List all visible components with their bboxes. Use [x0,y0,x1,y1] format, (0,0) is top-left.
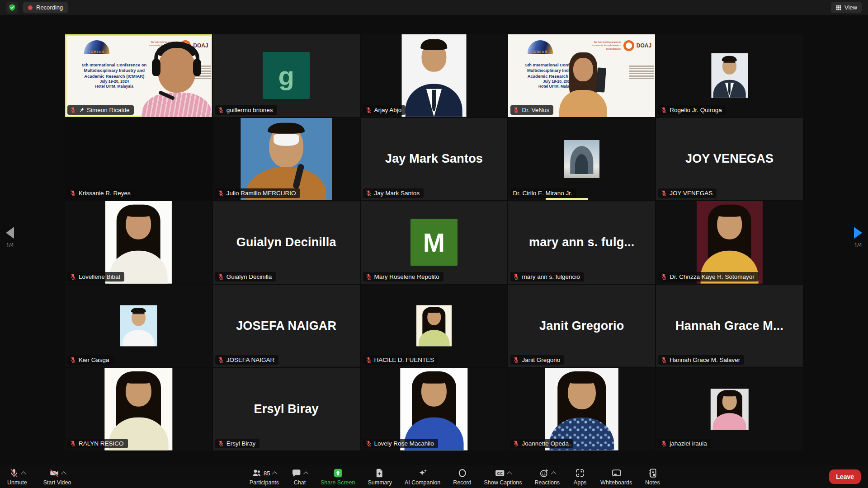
participant-tile-lovellene-bibat[interactable]: Lovellene Bibat [65,201,212,284]
prev-page-arrow-icon[interactable] [6,227,14,239]
portrait-photo [711,53,748,98]
participant-name-label: Jay Mark Santos [363,188,424,198]
participant-name: Guialyn Decinilla [226,273,272,280]
participant-name-label: Lovellene Bibat [67,272,124,282]
hair [125,206,152,217]
toolbar-item-icon-row [418,468,428,479]
muted-mic-icon [70,190,76,197]
highlight-bar [546,198,588,200]
participant-tile-mary-roselene-repolito[interactable]: M Mary Roselene Repolito [361,201,508,284]
participant-name: Hannah Grace M. Salaver [670,357,740,363]
participant-tile-jay-mark-santos[interactable]: Jay Mark Santos Jay Mark Santos [361,118,508,201]
toolbar-start-video-button[interactable]: Start Video [43,468,71,486]
participant-tile-hannah-grace-m-salaver[interactable]: Hannah Grace M... Hannah Grace M. Salave… [656,285,803,367]
chevron-up-icon[interactable] [303,471,308,476]
leave-button[interactable]: Leave [829,469,861,484]
hair [421,39,448,50]
portrait-silhouette [416,305,452,346]
participant-tile-joy-venegas[interactable]: JOY VENEGAS JOY VENEGAS [656,118,803,201]
participant-name: Lovellene Bibat [79,273,120,280]
prev-page-control[interactable]: 1/4 [6,227,14,249]
toolbar-participants-button[interactable]: 85 Participants [250,468,279,486]
headset-band [154,42,199,75]
portrait-silhouette [105,368,172,450]
toolbar-summary-button[interactable]: Summary [368,468,392,486]
participant-tile-mary-ann-s-fulgencio[interactable]: mary ann s. fulg... mary ann s. fulgenci… [508,201,655,284]
toolbar-notes-button[interactable]: Notes [645,468,660,486]
arch-opening [575,154,588,174]
participant-display-name: JOY VENEGAS [656,118,803,201]
participant-tile-ersyl-biray[interactable]: Ersyl Biray Ersyl Biray [213,368,360,450]
participant-tile-dr-venus[interactable]: ICMIAR5th International Conference onMul… [508,34,655,117]
participant-tile-rogelio-jr-quiroga[interactable]: Rogelio Jr. Quiroga [656,34,803,117]
participant-tile-simeon-ricalde[interactable]: ICMIAR5th International Conference onMul… [65,34,212,117]
participant-name-label: Janit Gregorio [510,355,564,365]
toolbar-unmute-button[interactable]: Unmute [7,468,27,486]
participant-tile-arjay-abjo[interactable]: Arjay Abjo [361,34,508,117]
fineprint-line [629,73,654,75]
participant-name-label: mary ann s. fulgencio [510,272,584,282]
chevron-up-icon[interactable] [551,471,556,476]
muted-mic-icon [365,190,372,197]
chevron-up-icon[interactable] [507,471,512,476]
security-shield-button[interactable] [6,2,18,14]
participant-tile-dr-chrizza-kaye-r-sotomayor[interactable]: Dr. Chrizza Kaye R. Sotomayor [656,201,803,284]
doaj-label: DOAJ [637,42,651,49]
view-button[interactable]: View [831,2,862,13]
participant-tile-janit-gregorio[interactable]: Janit Gregorio Janit Gregorio [508,285,655,367]
icmiar-logo: ICMIAR [528,40,553,54]
participant-tile-guillermo-briones[interactable]: g guillermo briones [213,34,360,117]
participant-tile-dr-cirilo-e-mirano-jr[interactable]: Dr. Cirilo E. Mirano Jr. [508,118,655,201]
hair [716,206,743,217]
next-page-control[interactable]: 1/4 [854,227,862,249]
glasses [132,312,144,314]
toolbar-show-captions-button[interactable]: Show Captions [484,468,522,486]
phone [596,68,606,93]
chevron-up-icon[interactable] [61,471,66,476]
muted-mic-icon [513,107,519,113]
participant-name-label: Ersyl Biray [215,439,260,448]
participant-tile-julio-ramillo-mercurio[interactable]: Julio Ramillo MERCURIO [213,118,360,201]
muted-mic-icon [217,440,224,447]
participant-name: Dr. VeNus [522,107,549,113]
participant-tile-jahaziel-iraula[interactable]: jahaziel iraula [656,368,803,450]
toolbar-share-screen-button[interactable]: Share Screen [321,468,355,486]
chevron-up-icon[interactable] [21,471,26,476]
participant-tile-guialyn-decinilla[interactable]: Guialyn Decinilla Guialyn Decinilla [213,201,360,284]
participant-name-label: Arjay Abjo [363,105,406,115]
participant-name: Ersyl Biray [226,440,256,447]
reactions-icon [539,468,549,478]
toolbar-ai-companion-button[interactable]: AI Companion [405,468,440,486]
page-indicator-left: 1/4 [6,242,14,249]
participant-tile-krissanie-r-reyes[interactable]: Krissanie R. Reyes [65,118,212,201]
participant-tile-joannette-opeda[interactable]: Joannette Opeda [508,368,655,450]
toolbar-reactions-button[interactable]: Reactions [535,468,560,486]
participant-tile-kier-gasga[interactable]: Kier Gasga [65,285,212,367]
next-page-arrow-icon[interactable] [854,227,862,239]
muted-mic-icon [70,107,76,113]
tile-content [361,34,508,117]
toolbar-chat-button[interactable]: Chat [292,468,308,486]
participant-tile-hacile-d-fuentes[interactable]: HACILE D. FUENTES [361,285,508,367]
toolbar-record-button[interactable]: Record [453,468,471,486]
tile-content [361,285,508,367]
participant-name: JOSEFA NAIGAR [226,357,275,363]
portrait-photo [402,34,467,117]
toolbar-apps-button[interactable]: Apps [572,468,588,486]
toolbar-whiteboards-button[interactable]: Whiteboards [600,468,632,486]
portrait-silhouette [120,305,157,346]
arch [570,146,593,174]
muted-mic-icon [365,273,372,280]
participant-tile-ralyn-resico[interactable]: RALYN RESICO [65,368,212,450]
participant-name-label: JOY VENEGAS [658,188,717,198]
gallery-grid-icon [835,5,842,11]
portrait-silhouette [711,53,748,98]
muted-mic-icon [365,107,372,113]
chevron-up-icon[interactable] [272,471,277,476]
presenter-with-phone [558,52,608,117]
mic-muted-icon [9,468,19,478]
toolbar-item-icon-row [457,468,467,479]
participant-tile-josefa-naigar[interactable]: JOSEFA NAIGAR JOSEFA NAIGAR [213,285,360,367]
participant-tile-lovely-rose-macahilo[interactable]: Lovely Rose Macahilo [361,368,508,450]
ai-icon [418,468,428,478]
